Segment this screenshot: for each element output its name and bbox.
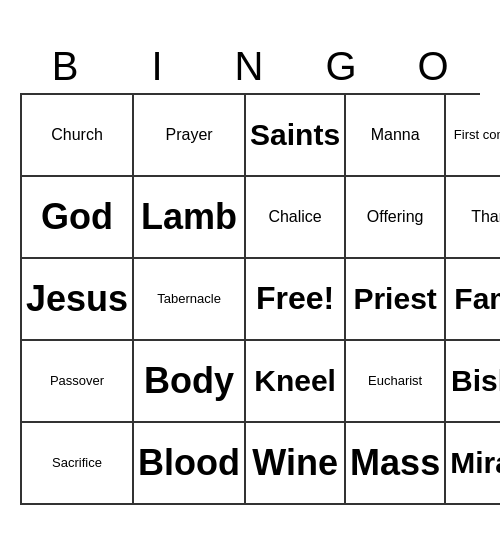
header-letter: B [20,40,112,93]
header-letter: N [204,40,296,93]
cell-text: Priest [353,281,436,317]
bingo-cell: Manna [346,95,446,177]
bingo-cell: Eucharist [346,341,446,423]
bingo-cell: Jesus [22,259,134,341]
cell-text: Body [144,359,234,402]
bingo-cell: Miracle [446,423,500,505]
cell-text: Saints [250,117,340,153]
bingo-cell: Lamb [134,177,246,259]
cell-text: Jesus [26,277,128,320]
bingo-cell: Priest [346,259,446,341]
cell-text: Offering [367,207,424,226]
bingo-cell: First communion [446,95,500,177]
cell-text: Mass [350,441,440,484]
cell-text: Eucharist [368,373,422,389]
cell-text: Blood [138,441,240,484]
bingo-cell: Thankful [446,177,500,259]
bingo-cell: Family [446,259,500,341]
bingo-cell: Sacrifice [22,423,134,505]
cell-text: Free! [256,279,334,317]
bingo-cell: Blood [134,423,246,505]
bingo-cell: Tabernacle [134,259,246,341]
header-letter: I [112,40,204,93]
cell-text: Kneel [254,363,336,399]
cell-text: Wine [252,441,338,484]
bingo-cell: Offering [346,177,446,259]
cell-text: Family [454,281,500,317]
cell-text: Manna [371,125,420,144]
bingo-cell: Church [22,95,134,177]
bingo-cell: Chalice [246,177,346,259]
cell-text: Passover [50,373,104,389]
cell-text: Thankful [471,207,500,226]
bingo-card: BINGO ChurchPrayerSaintsMannaFirst commu… [10,30,490,515]
bingo-cell: Saints [246,95,346,177]
bingo-cell: God [22,177,134,259]
cell-text: Sacrifice [52,455,102,471]
bingo-cell: Bishop [446,341,500,423]
cell-text: God [41,195,113,238]
bingo-header: BINGO [20,40,480,93]
header-letter: G [296,40,388,93]
cell-text: Miracle [450,445,500,481]
bingo-cell: Passover [22,341,134,423]
cell-text: Tabernacle [157,291,221,307]
cell-text: Bishop [451,363,500,399]
cell-text: Prayer [166,125,213,144]
cell-text: Chalice [268,207,321,226]
bingo-cell: Mass [346,423,446,505]
bingo-cell: Prayer [134,95,246,177]
cell-text: First communion [454,127,500,143]
bingo-cell: Free! [246,259,346,341]
bingo-grid: ChurchPrayerSaintsMannaFirst communionGo… [20,93,480,505]
bingo-cell: Kneel [246,341,346,423]
cell-text: Church [51,125,103,144]
header-letter: O [388,40,480,93]
bingo-cell: Wine [246,423,346,505]
bingo-cell: Body [134,341,246,423]
cell-text: Lamb [141,195,237,238]
